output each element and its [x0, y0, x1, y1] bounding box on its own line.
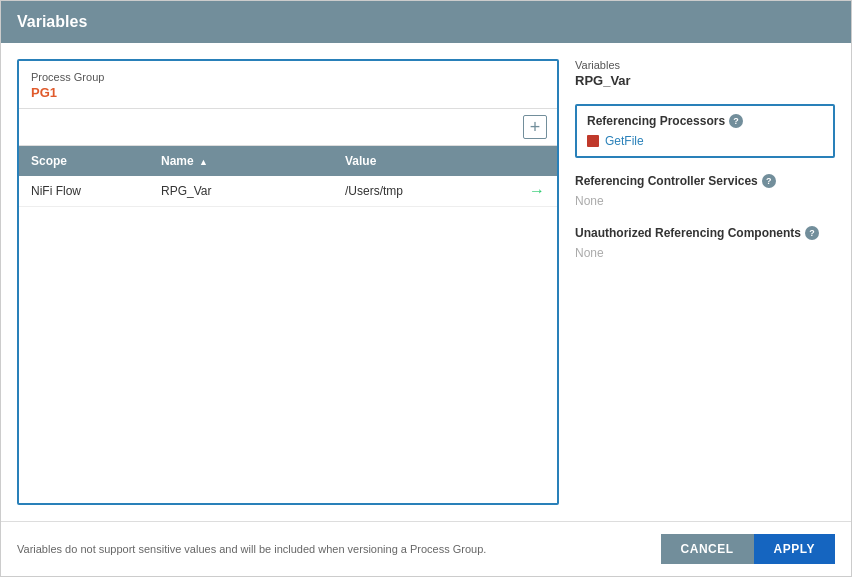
right-panel: Variables RPG_Var Referencing Processors… — [575, 59, 835, 505]
variables-dialog: Variables Process Group PG1 + Scope Name… — [0, 0, 852, 577]
add-variable-button[interactable]: + — [523, 115, 547, 139]
referencing-controller-services-section: Referencing Controller Services ? None — [575, 170, 835, 212]
sort-indicator: ▲ — [199, 157, 208, 167]
col-header-value: Value — [333, 152, 517, 170]
table-row: NiFi Flow RPG_Var /Users/tmp → — [19, 176, 557, 207]
referencing-processors-title: Referencing Processors ? — [587, 114, 823, 128]
processor-icon — [587, 135, 599, 147]
variables-label: Variables — [575, 59, 835, 71]
referencing-controller-services-title: Referencing Controller Services ? — [575, 174, 835, 188]
referencing-controller-services-help-icon[interactable]: ? — [762, 174, 776, 188]
cancel-button[interactable]: CANCEL — [661, 534, 754, 564]
dialog-body: Process Group PG1 + Scope Name ▲ Value N… — [1, 43, 851, 521]
variables-section: Variables RPG_Var — [575, 59, 835, 88]
add-button-row: + — [19, 109, 557, 146]
table-body: NiFi Flow RPG_Var /Users/tmp → — [19, 176, 557, 207]
footer-note: Variables do not support sensitive value… — [17, 543, 661, 555]
referencing-controller-services-none: None — [575, 194, 835, 208]
variables-value: RPG_Var — [575, 73, 835, 88]
dialog-title: Variables — [17, 13, 87, 30]
process-group-name: PG1 — [31, 85, 545, 100]
dialog-header: Variables — [1, 1, 851, 43]
process-group-label: Process Group — [31, 71, 545, 83]
processor-item: GetFile — [587, 134, 823, 148]
dialog-footer: Variables do not support sensitive value… — [1, 521, 851, 576]
unauthorized-referencing-none: None — [575, 246, 835, 260]
left-panel: Process Group PG1 + Scope Name ▲ Value N… — [17, 59, 559, 505]
cell-name: RPG_Var — [149, 178, 333, 204]
referencing-processors-section: Referencing Processors ? GetFile — [575, 104, 835, 158]
table-header: Scope Name ▲ Value — [19, 146, 557, 176]
col-header-scope: Scope — [19, 152, 149, 170]
referencing-processors-help-icon[interactable]: ? — [729, 114, 743, 128]
footer-actions: CANCEL APPLY — [661, 534, 835, 564]
col-header-name[interactable]: Name ▲ — [149, 152, 333, 170]
processor-name-link[interactable]: GetFile — [605, 134, 644, 148]
row-navigate-button[interactable]: → — [517, 176, 557, 206]
unauthorized-referencing-help-icon[interactable]: ? — [805, 226, 819, 240]
col-header-action — [517, 152, 557, 170]
process-group-header: Process Group PG1 — [19, 61, 557, 109]
cell-value: /Users/tmp — [333, 178, 517, 204]
unauthorized-referencing-title: Unauthorized Referencing Components ? — [575, 226, 835, 240]
unauthorized-referencing-section: Unauthorized Referencing Components ? No… — [575, 222, 835, 264]
cell-scope: NiFi Flow — [19, 178, 149, 204]
apply-button[interactable]: APPLY — [754, 534, 835, 564]
